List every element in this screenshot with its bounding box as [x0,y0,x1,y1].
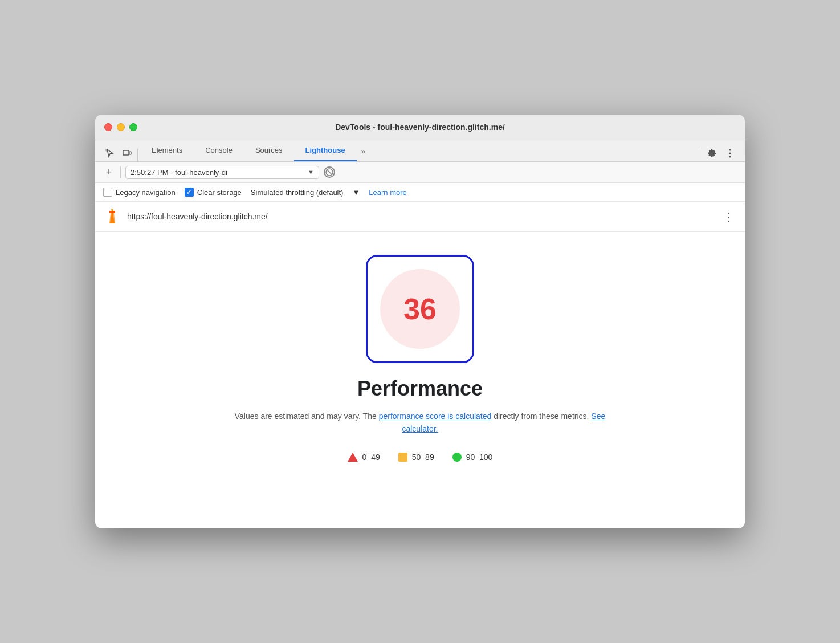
svg-marker-9 [109,213,115,223]
score-legend: 0–49 50–89 90–100 [348,453,493,462]
svg-point-4 [729,153,731,154]
url-bar-divider [120,166,121,178]
svg-point-5 [729,156,731,158]
url-bar: + 2:50:27 PM - foul-heavenly-di ▼ [95,162,745,183]
devtools-window: DevTools - foul-heavenly-direction.glitc… [95,115,745,528]
tab-lighthouse[interactable]: Lighthouse [294,140,357,161]
throttling-label: Simulated throttling (default) [251,188,344,197]
legend-label-bad: 0–49 [362,453,380,462]
add-tab-button[interactable]: + [102,165,116,179]
main-content: 36 Performance Values are estimated and … [95,232,745,528]
legend-label-average: 50–89 [412,453,434,462]
score-circle: 36 [380,269,460,349]
site-url-text: https://foul-heavenly-direction.glitch.m… [127,212,715,221]
tabs-right-icons [696,145,738,161]
tabs-bar: Elements Console Sources Lighthouse » [95,140,745,162]
tab-more-button[interactable]: » [357,141,370,161]
svg-line-7 [327,169,332,175]
device-toggle-icon[interactable] [119,145,135,161]
options-bar: Legacy navigation Clear storage Simulate… [95,183,745,202]
throttling-dropdown[interactable]: ▼ [352,188,360,197]
legend-icon-red [348,453,358,462]
score-gauge-box: 36 [366,255,474,363]
legend-item-average: 50–89 [398,453,434,462]
svg-point-3 [729,149,731,151]
performance-title: Performance [357,377,483,401]
block-requests-icon[interactable] [324,166,335,178]
legend-item-bad: 0–49 [348,453,380,462]
title-bar: DevTools - foul-heavenly-direction.glitc… [95,115,745,140]
toolbar-divider [137,149,138,161]
legend-label-good: 90–100 [466,453,493,462]
learn-more-link[interactable]: Learn more [369,188,406,197]
site-row: https://foul-heavenly-direction.glitch.m… [95,202,745,232]
tab-console[interactable]: Console [194,140,244,161]
tab-elements[interactable]: Elements [140,140,194,161]
settings-icon[interactable] [704,145,720,161]
close-button[interactable] [104,123,112,131]
lighthouse-logo-icon [103,207,121,226]
svg-rect-2 [129,152,131,154]
tabs-right-divider [699,147,699,160]
desc-part2: directly from these metrics. [491,412,591,421]
url-input[interactable]: 2:50:27 PM - foul-heavenly-di ▼ [125,166,319,179]
svg-rect-0 [106,149,108,151]
tab-sources[interactable]: Sources [244,140,294,161]
legend-icon-orange [398,453,407,462]
legend-item-good: 90–100 [452,453,493,462]
cursor-icon[interactable] [102,145,118,161]
legacy-navigation-checkbox[interactable]: Legacy navigation [103,188,176,197]
legend-icon-green [452,453,462,462]
score-gauge-wrap: 36 [366,255,474,363]
svg-rect-1 [123,150,129,155]
minimize-button[interactable] [117,123,125,131]
window-title: DevTools - foul-heavenly-direction.glitc… [335,123,505,132]
performance-description: Values are estimated and may vary. The p… [226,410,614,436]
throttling-dropdown-arrow: ▼ [352,188,360,197]
url-dropdown-icon[interactable]: ▼ [308,169,314,176]
more-options-icon[interactable] [722,145,738,161]
clear-storage-checkbox[interactable]: Clear storage [185,188,242,197]
legacy-navigation-label: Legacy navigation [116,188,176,197]
site-more-options-icon[interactable]: ⋮ [721,207,737,226]
legacy-navigation-checkbox-box[interactable] [103,188,112,197]
maximize-button[interactable] [129,123,137,131]
traffic-lights [104,123,137,131]
desc-part1: Values are estimated and may vary. The [235,412,379,421]
score-number: 36 [403,294,437,324]
url-text: 2:50:27 PM - foul-heavenly-di [131,168,304,177]
perf-score-link[interactable]: performance score is calculated [379,412,492,421]
clear-storage-checkbox-box[interactable] [185,188,194,197]
clear-storage-label: Clear storage [197,188,242,197]
